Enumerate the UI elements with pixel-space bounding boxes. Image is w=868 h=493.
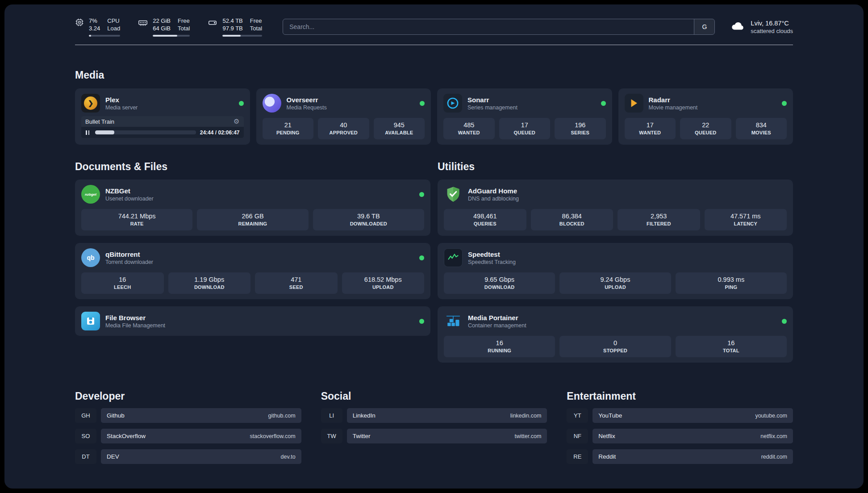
bookmark-abbr: TW [321, 429, 342, 443]
section-title-developer: Developer [75, 390, 301, 402]
playback-time: 24:44 / 02:06:47 [200, 130, 240, 136]
stat-download: 9.65 Gbps DOWNLOAD [444, 272, 555, 294]
bookmark-stackoverflow[interactable]: SO StackOverflow stackoverflow.com [75, 429, 301, 443]
bookmark-name: Netflix [598, 433, 615, 439]
cloud-icon [730, 18, 745, 35]
bookmark-name: Github [107, 412, 125, 419]
nzbget-icon: nzbget [81, 185, 100, 204]
stat-total: 16 TOTAL [676, 336, 787, 357]
speedtest-icon [444, 248, 463, 267]
stat-leech: 16 LEECH [81, 272, 164, 294]
app-title: Overseerr [287, 96, 327, 104]
bookmark-netflix[interactable]: NF Netflix netflix.com [567, 429, 793, 443]
bookmark-url: youtube.com [755, 413, 787, 419]
adguard-icon [444, 185, 463, 204]
stat-pending: 21 PENDING [263, 118, 314, 139]
status-dot [782, 319, 787, 324]
media-grid: ❯ Plex Media server Bullet Train ⚙ [75, 88, 793, 145]
qbittorrent-card[interactable]: qb qBittorrent Torrent downloader 16 LEE… [75, 243, 430, 299]
stat-rate: 744.21 Mbps RATE [81, 209, 192, 230]
radarr-card[interactable]: Radarr Movie management 17 WANTED 22 QUE… [618, 88, 793, 145]
adguard-card[interactable]: AdGuard Home DNS and adblocking 498,461 … [438, 180, 793, 236]
bookmark-github[interactable]: GH Github github.com [75, 408, 301, 423]
bookmark-url: twitter.com [515, 433, 542, 439]
cpu-icon [75, 18, 84, 29]
sonarr-card[interactable]: Sonarr Series management 485 WANTED 17 Q… [437, 88, 612, 145]
stat-downloaded: 39.6 TB DOWNLOADED [313, 209, 424, 230]
app-title: File Browser [105, 314, 165, 322]
stat-queries: 498,461 QUERIES [444, 209, 526, 230]
stat-ping: 0.993 ms PING [676, 272, 787, 294]
plex-card[interactable]: ❯ Plex Media server Bullet Train ⚙ [75, 88, 250, 145]
app-title: Speedtest [468, 251, 516, 258]
ram-icon [138, 18, 148, 29]
portainer-card[interactable]: Media Portainer Container management 16 … [438, 306, 793, 363]
bookmark-abbr: RE [567, 449, 588, 464]
status-dot [419, 192, 424, 197]
bookmark-dev[interactable]: DT DEV dev.to [75, 449, 301, 464]
app-subtitle: Torrent downloader [105, 259, 153, 265]
filebrowser-icon [81, 312, 100, 330]
app-title: Sonarr [467, 96, 517, 104]
bookmark-abbr: DT [75, 449, 96, 464]
app-subtitle: Series management [467, 104, 517, 111]
section-title-social: Social [321, 390, 547, 402]
bookmark-name: LinkedIn [353, 412, 376, 419]
stat-movies: 834 MOVIES [736, 118, 787, 139]
disk-total: 97.9 TB [222, 25, 242, 32]
stat-running: 16 RUNNING [444, 336, 555, 357]
stat-available: 945 AVAILABLE [374, 118, 425, 139]
now-playing-widget: Bullet Train ⚙ 24:44 / 02:06:47 [81, 116, 244, 138]
cpu-progress-bar [89, 35, 120, 37]
app-subtitle: Media File Management [105, 322, 165, 329]
header-divider [75, 45, 793, 45]
disk-label-total: Total [250, 25, 262, 32]
stat-latency: 47.571 ms LATENCY [705, 209, 787, 230]
bookmark-reddit[interactable]: RE Reddit reddit.com [567, 449, 793, 464]
gear-icon[interactable]: ⚙ [234, 117, 239, 125]
filebrowser-card[interactable]: File Browser Media File Management [75, 306, 430, 336]
stat-upload: 618.52 Mbps UPLOAD [342, 272, 425, 294]
speedtest-card[interactable]: Speedtest Speedtest Tracking 9.65 Gbps D… [438, 243, 793, 299]
app-title: Plex [105, 96, 138, 104]
plex-icon: ❯ [81, 94, 100, 113]
bookmark-twitter[interactable]: TW Twitter twitter.com [321, 429, 547, 443]
app-title: Media Portainer [468, 314, 526, 322]
app-subtitle: Media Requests [287, 104, 327, 111]
seek-bar[interactable] [95, 130, 196, 134]
search-engine-button[interactable]: G [694, 19, 714, 34]
bookmark-url: dev.to [281, 454, 296, 460]
bookmark-abbr: YT [567, 408, 588, 423]
weather-condition: scattered clouds [751, 28, 793, 34]
cpu-load: 3.24 [89, 25, 100, 32]
bookmark-url: stackoverflow.com [250, 433, 296, 439]
weather-location: Lviv, 16.87°C [751, 20, 793, 27]
section-title-documents: Documents & Files [75, 161, 430, 173]
stat-filtered: 2,953 FILTERED [618, 209, 700, 230]
status-dot [782, 101, 787, 106]
app-subtitle: Movie management [649, 104, 698, 111]
bookmark-name: Twitter [353, 433, 371, 439]
stat-queued: 22 QUEUED [680, 118, 731, 139]
pause-button[interactable] [84, 130, 91, 135]
bookmark-linkedin[interactable]: LI LinkedIn linkedin.com [321, 408, 547, 423]
overseerr-card[interactable]: Overseerr Media Requests 21 PENDING 40 A… [256, 88, 431, 145]
bookmark-url: netflix.com [760, 433, 787, 439]
disk-icon [208, 18, 217, 29]
stat-remaining: 266 GB REMAINING [197, 209, 308, 230]
sonarr-icon [443, 94, 462, 113]
social-bookmarks: Social LI LinkedIn linkedin.com TW Twitt… [321, 390, 547, 464]
search-input[interactable] [283, 19, 694, 34]
bookmark-name: Reddit [598, 453, 616, 460]
bookmark-name: StackOverflow [107, 433, 146, 439]
bookmark-name: DEV [107, 453, 119, 460]
bookmark-url: github.com [268, 413, 296, 419]
bookmark-youtube[interactable]: YT YouTube youtube.com [567, 408, 793, 423]
bookmark-abbr: LI [321, 408, 342, 423]
nzbget-card[interactable]: nzbget NZBGet Usenet downloader 744.21 M… [75, 180, 430, 236]
developer-bookmarks: Developer GH Github github.com SO StackO… [75, 390, 301, 464]
app-subtitle: Usenet downloader [105, 196, 154, 202]
disk-free: 52.4 TB [222, 17, 242, 25]
bookmark-name: YouTube [598, 412, 622, 419]
cpu-label: CPU [107, 17, 120, 25]
